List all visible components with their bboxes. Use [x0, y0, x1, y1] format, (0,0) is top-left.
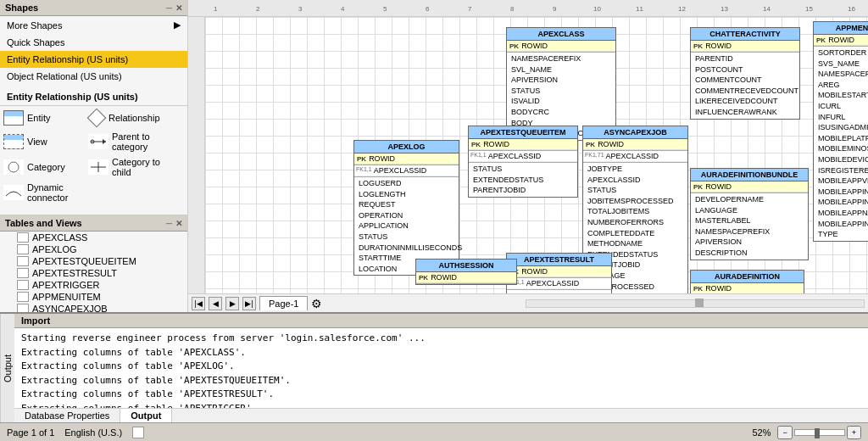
erd-table-apexlog[interactable]: APEXLOG PK ROWID FK1,1 APEXCLASSID: [353, 140, 459, 276]
nav-first-button[interactable]: |◀: [192, 297, 205, 310]
dynamic-connector-icon: [3, 185, 24, 200]
canvas-wrapper: APEXCLASS PK ROWID NAMESPACEREFIX SVL_NA…: [188, 17, 868, 293]
fk-section: FK1,1 APEXCLASSID: [469, 151, 577, 163]
pk-section: PK ROWID: [691, 41, 799, 53]
zoom-controls: − +: [777, 426, 861, 439]
erd-table-appmenuitem[interactable]: APPMENUITEM PK ROWID SORTORDER SVS_NAME …: [813, 21, 868, 242]
category-child-icon: [88, 159, 108, 175]
parent-label: Parent to category: [112, 131, 173, 152]
table-header-chatteractivity: CHATTERACTIVITY: [691, 28, 799, 41]
panel-close-icon[interactable]: ✕: [175, 3, 182, 13]
zoom-slider[interactable]: [794, 429, 845, 436]
list-item[interactable]: APEXTESTQUEUEITEM: [0, 255, 187, 267]
pk-row: PK ROWID: [583, 139, 687, 150]
erd-table-authsession[interactable]: AUTHSESSION PK ROWID: [415, 259, 517, 285]
output-line-4: Extracting columns of table 'APEXTESTQUE…: [21, 374, 861, 388]
list-item[interactable]: ASYNCAPEXJOB: [0, 303, 187, 312]
category-shape[interactable]: Category: [3, 159, 88, 175]
page-info: Page 1 of 1: [7, 427, 54, 438]
status-right: 52% − +: [752, 426, 861, 439]
table-body: PARENTID POSTCOUNT COMMENTCOUNT COMMENTR…: [691, 53, 799, 119]
category-child-shape[interactable]: Category to child: [88, 157, 173, 177]
tables-close-icon[interactable]: ✕: [175, 219, 182, 228]
shapes-title: Shapes: [5, 3, 38, 13]
pk-section: PK ROWID: [691, 181, 808, 193]
table-list: APEXCLASS APEXLOG APEXTESTQUEUEITEM APEX…: [0, 232, 187, 312]
list-item[interactable]: APEXLOG: [0, 243, 187, 255]
tables-title: Tables and Views: [5, 218, 82, 228]
view-shape[interactable]: View: [3, 134, 88, 149]
parent-shape[interactable]: Parent to category: [88, 131, 173, 152]
category-child-label: Category to child: [112, 157, 173, 177]
more-shapes-item[interactable]: More Shapes ▶: [0, 16, 187, 34]
panel-minimize-icon[interactable]: ─: [166, 3, 172, 13]
tab-output[interactable]: Output: [120, 409, 172, 422]
entity-row-2: View Parent to category: [3, 131, 184, 152]
pk-section: PK ROWID: [814, 35, 868, 47]
tab-database-properties[interactable]: Database Properties: [14, 409, 120, 422]
table-header-auradefinitionbundle: AURADEFINITIONBUNDLE: [691, 169, 808, 181]
svg-point-3: [8, 162, 19, 172]
fk-section: FK1,1 APEXCLASSID: [507, 278, 611, 290]
erd-table-auradefinitionbundle[interactable]: AURADEFINITIONBUNDLE PK ROWID DEVELOPERN…: [690, 168, 809, 260]
pk-row: PK ROWID: [814, 35, 868, 46]
ruler-left: [188, 17, 205, 293]
erd-table-chatteractivity[interactable]: CHATTERACTIVITY PK ROWID PARENTID POSTCO…: [690, 27, 800, 120]
entity-shape[interactable]: Entity: [3, 110, 88, 126]
panel-controls: ─ ✕: [166, 3, 182, 13]
table-body: TESTTIMESTAMP OUTCOME APEXCLASSID METHOD…: [507, 290, 611, 293]
output-line-3: Extracting columns of table 'APEXLOG'.: [21, 360, 861, 374]
output-side-label: Output: [0, 314, 14, 422]
relationship-shape[interactable]: Relationship: [88, 109, 173, 126]
zoom-out-button[interactable]: −: [777, 426, 792, 439]
entity-row-3: Category Category to child: [3, 157, 184, 177]
entity-section-title: Entity Relationship (US units): [0, 88, 187, 106]
zoom-in-button[interactable]: +: [847, 426, 861, 439]
entity-row-4: Dynamic connector: [3, 182, 184, 203]
table-header-appmenuitem: APPMENUITEM: [814, 22, 868, 35]
parent-icon: [88, 134, 108, 149]
entity-relationship-item[interactable]: Entity Relationship (US units): [0, 51, 187, 68]
dynamic-connector-label: Dynamic connector: [27, 182, 88, 203]
page-add-icon[interactable]: ⚙: [311, 297, 322, 310]
pk-section: PK ROWID: [507, 266, 611, 278]
nav-last-button[interactable]: ▶|: [242, 297, 256, 310]
tables-header: Tables and Views ─ ✕: [0, 215, 187, 232]
erd-table-apextestresult[interactable]: APEXTESTRESULT PK ROWID FK1,1 APEXCLASSI…: [506, 253, 612, 293]
output-line-6: Extracting columns of table 'APEXTRIGGER…: [21, 402, 861, 409]
table-header-apextestqueueitem: APEXTESTQUEUEITEM: [469, 126, 577, 139]
list-item[interactable]: APEXCLASS: [0, 232, 187, 243]
object-relational-item[interactable]: Object Relational (US units): [0, 68, 187, 85]
erd-table-apextestqueueitem[interactable]: APEXTESTQUEUEITEM PK ROWID FK1,1 APEXCLA…: [468, 126, 578, 198]
output-area: Output Import Starting reverse engineer …: [0, 312, 868, 422]
list-item[interactable]: APPMENUITEM: [0, 291, 187, 303]
pk-row: PK ROWID: [691, 181, 808, 193]
table-icon: [17, 244, 29, 254]
table-body: DEVELOPERNAME LANGUAGE MASTERLABEL NAMES…: [691, 193, 808, 260]
output-content[interactable]: Starting reverse engineer process from s…: [14, 328, 868, 408]
nav-prev-button[interactable]: ◀: [209, 297, 222, 310]
pk-row: PK ROWID: [691, 41, 799, 52]
canvas-area: 1 2 3 4 5 6 7 8 9 10 11 12 13 14 15 16 A…: [188, 0, 868, 312]
nav-next-button[interactable]: ▶: [225, 297, 239, 310]
pk-section: PK ROWID: [469, 139, 577, 151]
language-info: English (U.S.): [64, 427, 122, 438]
category-label: Category: [27, 162, 65, 172]
table-icon: [17, 304, 29, 312]
shapes-panel: Shapes ─ ✕ More Shapes ▶ Quick Shapes En…: [0, 0, 188, 312]
fk-section: FK1,71 APEXCLASSID: [583, 151, 687, 163]
canvas-inner[interactable]: APEXCLASS PK ROWID NAMESPACEREFIX SVL_NA…: [205, 17, 868, 293]
table-body: SORTORDER SVS_NAME NAMESPACEPREFIX AREG …: [814, 47, 868, 241]
tables-minimize-icon[interactable]: ─: [166, 219, 172, 228]
list-item[interactable]: APEXTESTRESULT: [0, 267, 187, 279]
erd-table-apexclass[interactable]: APEXCLASS PK ROWID NAMESPACEREFIX SVL_NA…: [506, 27, 616, 141]
erd-table-auradefinition[interactable]: AURADEFINITION PK ROWID FK1,1 AURADEFINI…: [690, 270, 804, 293]
shapes-panel-header: Shapes ─ ✕: [0, 0, 187, 16]
pk-section: PK ROWID: [507, 41, 615, 53]
dynamic-connector-shape[interactable]: Dynamic connector: [3, 182, 88, 203]
pk-section: PK ROWID: [691, 283, 804, 293]
page-tab[interactable]: Page-1: [259, 296, 308, 310]
pk-row: PK ROWID: [469, 139, 577, 150]
quick-shapes-item[interactable]: Quick Shapes: [0, 34, 187, 51]
list-item[interactable]: APEXTRIGGER: [0, 279, 187, 291]
